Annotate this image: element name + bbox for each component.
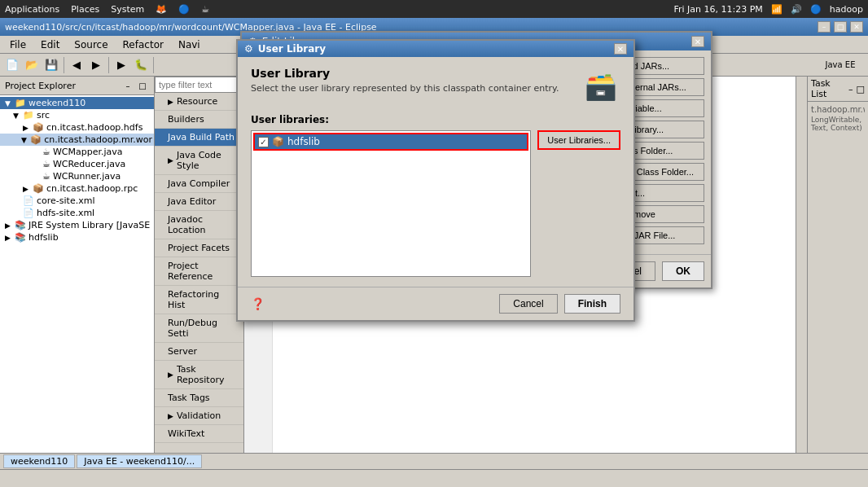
user-library-footer: ❓ Cancel Finish bbox=[238, 287, 633, 320]
tree-arrow-weekend110: ▼ bbox=[5, 99, 15, 107]
bp-item-project-facets[interactable]: Project Facets bbox=[155, 239, 243, 257]
right-side-panel: Task List – □ t.hadoop.mr.wordcount Long… bbox=[807, 77, 868, 469]
bp-label-editor: Java Editor bbox=[168, 196, 216, 207]
project-explorer-header: Project Explorer – □ bbox=[0, 77, 154, 95]
tree-item-hdfssite[interactable]: 📄 hdfs-site.xml bbox=[0, 207, 154, 219]
library-image-icon: 🗃️ bbox=[581, 67, 620, 106]
toolbar-perspective-java[interactable]: Java EE bbox=[816, 56, 865, 74]
user-libraries-button[interactable]: User Libraries... bbox=[537, 130, 620, 150]
tree-item-wcrunner[interactable]: ☕ WCRunner.java bbox=[0, 170, 154, 182]
bottom-area: weekend110 Java EE - weekend110/... bbox=[0, 453, 868, 469]
taskbar-bluetooth-icon: 🔵 bbox=[810, 4, 822, 15]
bp-label-task-repo: Task Repository bbox=[177, 364, 239, 385]
bp-item-validation[interactable]: ▶ Validation bbox=[155, 407, 243, 425]
tree-item-hdfslib[interactable]: ▶ 📚 hdfslib bbox=[0, 231, 154, 244]
task-list-minimize[interactable]: – bbox=[848, 84, 853, 94]
src-folder-icon: 📁 bbox=[23, 110, 34, 121]
tree-item-jre[interactable]: ▶ 📚 JRE System Library [JavaSE bbox=[0, 219, 154, 231]
tree-item-mr[interactable]: ▼ 📦 cn.itcast.hadoop.mr.wor bbox=[0, 134, 154, 146]
taskbar: Applications Places System 🦊 🔵 ☕ Fri Jan… bbox=[0, 0, 868, 18]
edit-library-close[interactable]: ✕ bbox=[691, 36, 704, 47]
maximize-button[interactable]: □ bbox=[834, 21, 847, 33]
menu-edit[interactable]: Edit bbox=[34, 37, 66, 52]
tree-label-hdfs: cn.itcast.hadoop.hdfs bbox=[46, 122, 142, 133]
panel-header-icons: – □ bbox=[121, 79, 149, 92]
bp-label-wikitext: WikiText bbox=[168, 428, 204, 439]
task-list-header: Task List – □ bbox=[808, 77, 868, 102]
bp-item-project-ref[interactable]: Project Reference bbox=[155, 257, 243, 286]
taskbar-places[interactable]: Places bbox=[71, 4, 99, 15]
task-list-maximize[interactable]: □ bbox=[857, 84, 865, 94]
bp-item-server[interactable]: Server bbox=[155, 343, 243, 361]
bp-item-editor[interactable]: Java Editor bbox=[155, 193, 243, 211]
tree-item-wcreducer[interactable]: ☕ WCReducer.java bbox=[0, 158, 154, 170]
bp-item-code-style[interactable]: ▶ Java Code Style bbox=[155, 147, 243, 175]
toolbar-new[interactable]: 📄 bbox=[3, 56, 21, 74]
bp-item-task-tags[interactable]: Task Tags bbox=[155, 389, 243, 407]
toolbar-run[interactable]: ▶ bbox=[112, 56, 130, 74]
tree-item-src[interactable]: ▼ 📁 src bbox=[0, 109, 154, 121]
user-library-titlebar: ⚙ User Library ✕ bbox=[238, 41, 633, 57]
toolbar-open[interactable]: 📂 bbox=[23, 56, 41, 74]
close-button[interactable]: ✕ bbox=[850, 21, 863, 33]
project-tree: ▼ 📁 weekend110 ▼ 📁 src ▶ 📦 cn.itcast.had… bbox=[0, 95, 154, 469]
taskbar-firefox-icon[interactable]: 🦊 bbox=[156, 4, 167, 15]
tree-item-rpc[interactable]: ▶ 📦 cn.itcast.hadoop.rpc bbox=[0, 182, 154, 195]
taskbar-applications[interactable]: Applications bbox=[5, 4, 59, 15]
tree-label-wcmapper: WCMapper.java bbox=[53, 147, 123, 157]
toolbar-save[interactable]: 💾 bbox=[42, 56, 60, 74]
bp-label-server: Server bbox=[168, 346, 197, 357]
project-explorer-panel: Project Explorer – □ ▼ 📁 weekend110 ▼ 📁 bbox=[0, 77, 155, 469]
filter-input[interactable] bbox=[155, 77, 243, 93]
menu-refactor[interactable]: Refactor bbox=[116, 37, 170, 52]
bp-item-task-repo[interactable]: ▶ Task Repository bbox=[155, 361, 243, 389]
hdfslib-checkbox[interactable]: ✓ bbox=[258, 137, 269, 147]
minimize-panel-btn[interactable]: – bbox=[121, 79, 134, 92]
inner-help-icon[interactable]: ❓ bbox=[251, 297, 265, 310]
toolbar-forward[interactable]: ▶ bbox=[87, 56, 105, 74]
bp-item-java-build-path[interactable]: Java Build Path bbox=[155, 129, 243, 147]
right-title: t.hadoop.mr.wordcount bbox=[811, 105, 865, 114]
status-tab-weekend110[interactable]: weekend110 bbox=[3, 454, 75, 468]
bp-item-wikitext[interactable]: WikiText bbox=[155, 425, 243, 443]
bp-label-compiler: Java Compiler bbox=[168, 178, 230, 189]
bp-item-resource[interactable]: ▶ Resource bbox=[155, 93, 243, 111]
user-library-close[interactable]: ✕ bbox=[614, 43, 627, 55]
bp-label-builders: Builders bbox=[168, 114, 204, 125]
package-icon-mr: 📦 bbox=[30, 134, 42, 145]
vscroll[interactable] bbox=[796, 77, 807, 458]
menu-navi[interactable]: Navi bbox=[172, 37, 207, 52]
outer-ok-button[interactable]: OK bbox=[662, 261, 704, 281]
tree-item-coresite[interactable]: 📄 core-site.xml bbox=[0, 195, 154, 207]
finish-button[interactable]: Finish bbox=[564, 294, 620, 314]
ide-window: weekend110/src/cn/itcast/hadoop/mr/wordc… bbox=[0, 18, 868, 487]
taskbar-system[interactable]: System bbox=[111, 4, 144, 15]
bp-item-arrow-validation: ▶ bbox=[168, 412, 173, 420]
bp-item-builders[interactable]: Builders bbox=[155, 111, 243, 129]
minimize-button[interactable]: – bbox=[818, 21, 831, 33]
bp-item-javadoc[interactable]: Javadoc Location bbox=[155, 211, 243, 239]
tree-item-weekend110[interactable]: ▼ 📁 weekend110 bbox=[0, 97, 154, 109]
bp-item-compiler[interactable]: Java Compiler bbox=[155, 175, 243, 193]
taskbar-app-icon-2[interactable]: ☕ bbox=[201, 4, 209, 15]
hdfslib-list-item[interactable]: ✓ 📦 hdfslib bbox=[253, 133, 528, 151]
maximize-panel-btn[interactable]: □ bbox=[136, 79, 149, 92]
taskbar-left: Applications Places System 🦊 🔵 ☕ bbox=[5, 4, 209, 15]
bp-item-arrow-code-style: ▶ bbox=[168, 156, 173, 165]
taskbar-app-icon-1[interactable]: 🔵 bbox=[178, 4, 190, 15]
toolbar-back[interactable]: ◀ bbox=[68, 56, 85, 74]
package-icon-rpc: 📦 bbox=[33, 183, 44, 194]
inner-settings-icon: ⚙ bbox=[244, 43, 253, 55]
bp-item-arrow-resource: ▶ bbox=[168, 98, 173, 106]
bp-item-refactoring[interactable]: Refactoring Hist bbox=[155, 286, 243, 314]
menu-file[interactable]: File bbox=[3, 37, 33, 52]
bp-item-run-debug[interactable]: Run/Debug Setti bbox=[155, 314, 243, 343]
menu-source[interactable]: Source bbox=[68, 37, 114, 52]
tree-item-hdfs[interactable]: ▶ 📦 cn.itcast.hadoop.hdfs bbox=[0, 121, 154, 134]
status-tab-javaee[interactable]: Java EE - weekend110/... bbox=[77, 454, 202, 468]
inner-cancel-button[interactable]: Cancel bbox=[499, 294, 557, 314]
toolbar-debug[interactable]: 🐛 bbox=[132, 56, 150, 74]
user-library-subtitle: User Library bbox=[251, 67, 572, 80]
tree-item-wcmapper[interactable]: ☕ WCMapper.java bbox=[0, 146, 154, 158]
tree-label-coresite: core-site.xml bbox=[37, 195, 94, 206]
